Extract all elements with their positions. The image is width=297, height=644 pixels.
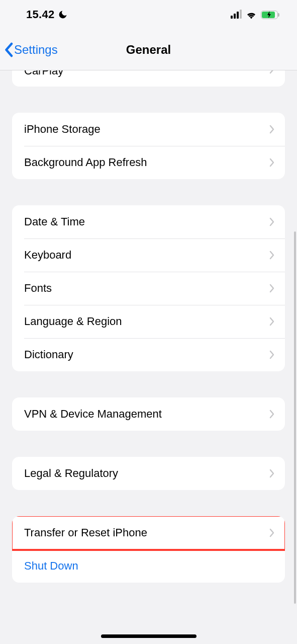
row-vpn-device-management[interactable]: VPN & Device Management <box>12 397 285 431</box>
battery-charging-icon <box>261 11 278 19</box>
chevron-right-icon <box>269 217 275 227</box>
row-label: VPN & Device Management <box>24 408 162 421</box>
settings-group-partial: CarPlay <box>12 70 285 87</box>
chevron-right-icon <box>269 124 275 134</box>
status-bar: 15.42 <box>0 0 297 29</box>
cellular-signal-icon <box>231 11 242 19</box>
chevron-right-icon <box>269 283 275 293</box>
scroll-indicator <box>294 231 296 604</box>
chevron-right-icon <box>269 316 275 327</box>
row-shut-down[interactable]: Shut Down <box>12 549 285 583</box>
row-label: Date & Time <box>24 215 85 228</box>
chevron-right-icon <box>269 250 275 260</box>
settings-group-legal: Legal & Regulatory <box>12 457 285 490</box>
settings-group-vpn: VPN & Device Management <box>12 397 285 431</box>
status-time: 15.42 <box>26 8 55 21</box>
row-label: Keyboard <box>24 249 71 262</box>
row-transfer-reset[interactable]: Transfer or Reset iPhone <box>12 516 285 549</box>
chevron-right-icon <box>269 468 275 478</box>
settings-group-locale: Date & Time Keyboard Fonts Language & Re… <box>12 205 285 371</box>
wifi-icon <box>246 10 257 19</box>
row-dictionary[interactable]: Dictionary <box>12 338 285 371</box>
row-label: Shut Down <box>24 559 78 573</box>
row-label: Fonts <box>24 282 52 295</box>
status-left: 15.42 <box>26 8 68 21</box>
row-label: iPhone Storage <box>24 123 101 136</box>
row-iphone-storage[interactable]: iPhone Storage <box>12 113 285 146</box>
chevron-right-icon <box>269 350 275 360</box>
do-not-disturb-icon <box>58 10 68 20</box>
row-label: Legal & Regulatory <box>24 467 118 480</box>
row-label: CarPlay <box>24 70 63 77</box>
row-fonts[interactable]: Fonts <box>12 272 285 305</box>
row-label: Language & Region <box>24 315 122 328</box>
chevron-right-icon <box>269 157 275 168</box>
chevron-right-icon <box>269 409 275 419</box>
status-right <box>231 10 278 19</box>
back-button[interactable]: Settings <box>4 42 58 57</box>
nav-bar: Settings General <box>0 29 297 70</box>
row-keyboard[interactable]: Keyboard <box>12 238 285 272</box>
row-label: Transfer or Reset iPhone <box>24 526 147 539</box>
row-legal-regulatory[interactable]: Legal & Regulatory <box>12 457 285 490</box>
chevron-right-icon <box>269 70 275 74</box>
row-label: Background App Refresh <box>24 156 147 169</box>
row-language-region[interactable]: Language & Region <box>12 305 285 338</box>
chevron-right-icon <box>269 528 275 538</box>
row-date-time[interactable]: Date & Time <box>12 205 285 238</box>
settings-group-reset: Transfer or Reset iPhone Shut Down <box>12 516 285 583</box>
settings-group-storage: iPhone Storage Background App Refresh <box>12 113 285 179</box>
row-background-app-refresh[interactable]: Background App Refresh <box>12 146 285 179</box>
settings-content: CarPlay iPhone Storage Background App Re… <box>0 70 297 644</box>
row-carplay[interactable]: CarPlay <box>12 70 285 80</box>
back-label: Settings <box>14 43 58 57</box>
row-label: Dictionary <box>24 348 73 361</box>
home-indicator[interactable] <box>101 634 196 638</box>
